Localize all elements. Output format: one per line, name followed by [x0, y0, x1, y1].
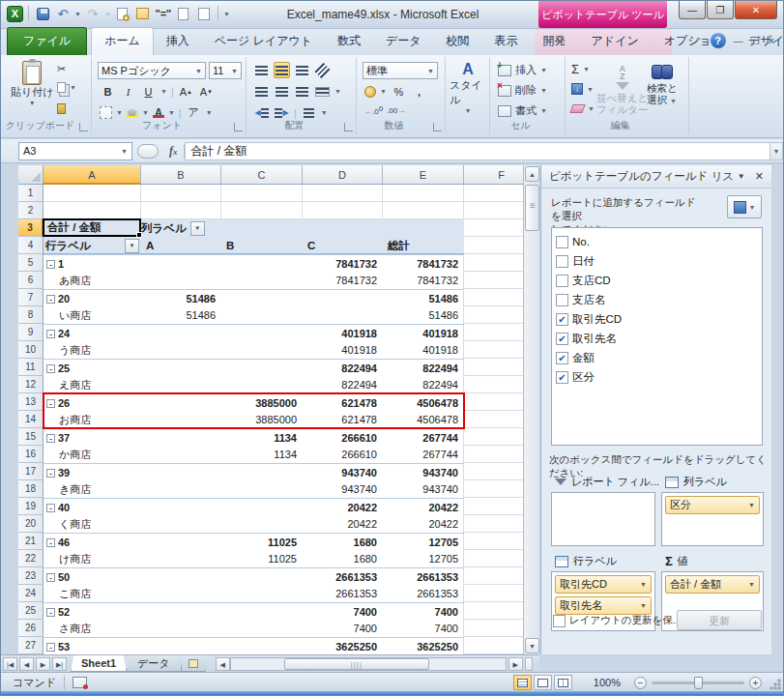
pivot-cell[interactable]: 2661353: [383, 568, 464, 586]
borders-dropdown[interactable]: ▼: [116, 109, 123, 116]
row-label-filter-icon[interactable]: ▼: [125, 239, 139, 253]
field-item-日付[interactable]: 日付: [554, 251, 760, 271]
hscroll-right-icon[interactable]: ▶: [508, 657, 523, 671]
blank-tool-button[interactable]: [195, 5, 213, 22]
collapse-icon[interactable]: -: [46, 504, 55, 512]
row-header-9[interactable]: 9: [18, 324, 44, 341]
pivot-cell[interactable]: 822494: [383, 376, 464, 393]
pivot-cell[interactable]: [141, 376, 221, 393]
pivot-row-label[interactable]: -40: [44, 499, 141, 516]
fill-color-button[interactable]: [127, 108, 138, 117]
pivot-cell[interactable]: 4506478: [383, 411, 464, 428]
sheet-tab-Sheet1[interactable]: Sheet1: [71, 655, 127, 672]
select-all-corner[interactable]: [18, 165, 44, 185]
sheet-tab-データ[interactable]: データ: [127, 655, 181, 672]
pivot-cell[interactable]: [221, 272, 303, 289]
row-header-16[interactable]: 16: [18, 446, 44, 463]
pivot-cell[interactable]: [221, 341, 303, 359]
pivot-cell[interactable]: 621478: [303, 394, 383, 412]
normal-view-button[interactable]: [513, 675, 532, 690]
pivot-cell[interactable]: 2661353: [303, 585, 383, 602]
pivot-cell[interactable]: [221, 376, 303, 393]
column-header-D[interactable]: D: [303, 165, 383, 185]
pivot-row-label[interactable]: こ商店: [44, 585, 141, 602]
checked-checkbox-icon[interactable]: ✔: [556, 313, 568, 326]
pivot-cell[interactable]: [141, 341, 221, 359]
row-header-8[interactable]: 8: [18, 306, 44, 324]
close-button[interactable]: ✕: [735, 1, 777, 19]
align-bottom-button[interactable]: [294, 62, 310, 78]
pivot-cell[interactable]: 51486: [383, 306, 464, 324]
pivot-cell[interactable]: [221, 603, 303, 621]
pivot-cell[interactable]: [141, 620, 221, 637]
panel-close-icon[interactable]: ✕: [755, 170, 764, 183]
pivot-cell[interactable]: [221, 306, 303, 324]
pivot-cell[interactable]: 1134: [221, 429, 303, 447]
currency-icon[interactable]: [364, 86, 376, 98]
pivot-cell[interactable]: 2661353: [303, 568, 383, 586]
excel-logo-icon[interactable]: X: [7, 6, 23, 22]
row-header-15[interactable]: 15: [18, 428, 44, 446]
shrink-font-button[interactable]: A▼: [198, 83, 215, 100]
undo-dropdown[interactable]: ▼: [74, 11, 81, 17]
row-header-19[interactable]: 19: [18, 498, 44, 515]
pivot-cell[interactable]: 943740: [303, 464, 383, 481]
pivot-row-label[interactable]: -25: [44, 360, 141, 377]
undo-button[interactable]: ↶: [54, 5, 72, 22]
pivot-row-label[interactable]: き商店: [44, 480, 141, 498]
collapse-icon[interactable]: -: [46, 434, 55, 443]
field-list-layout-button[interactable]: ▼: [727, 195, 762, 218]
fill-button[interactable]: ↓ ▼: [571, 83, 594, 95]
currency-dropdown[interactable]: ▼: [380, 88, 387, 95]
orientation-button[interactable]: [314, 62, 331, 78]
row-header-4[interactable]: 4: [18, 237, 44, 254]
collapse-icon[interactable]: -: [46, 330, 55, 338]
pivot-cell[interactable]: [141, 446, 221, 463]
field-pill-取引先名[interactable]: 取引先名▼: [555, 596, 652, 615]
field-item-金額[interactable]: ✔金額: [554, 348, 760, 367]
align-middle-button[interactable]: [274, 62, 290, 78]
pivot-cell[interactable]: 943740: [303, 480, 383, 498]
pivot-cell[interactable]: 822494: [303, 360, 383, 377]
scroll-up-icon[interactable]: ▲: [525, 166, 539, 182]
pivot-cell[interactable]: [141, 464, 221, 481]
pivot-cell[interactable]: [141, 325, 221, 342]
field-item-取引先CD[interactable]: ✔取引先CD: [554, 309, 760, 329]
pivot-cell[interactable]: 621478: [303, 411, 383, 428]
help-icon[interactable]: ?: [711, 33, 726, 48]
defer-layout-checkbox[interactable]: レイアウトの更新を保...: [551, 614, 681, 627]
row-header-5[interactable]: 5: [18, 254, 44, 272]
report-filter-box[interactable]: [551, 492, 655, 546]
pivot-cell[interactable]: [221, 515, 303, 533]
collapse-icon[interactable]: -: [46, 608, 55, 617]
merge-dropdown[interactable]: ▼: [334, 88, 341, 95]
pivot-row-label[interactable]: -46: [44, 534, 141, 551]
row-header-12[interactable]: 12: [18, 376, 44, 393]
row-header-26[interactable]: 26: [18, 620, 44, 637]
field-item-No.[interactable]: No.: [554, 232, 760, 251]
pivot-cell[interactable]: 3885000: [221, 411, 303, 428]
underline-button[interactable]: U: [140, 83, 157, 100]
formula-oval-button[interactable]: [137, 144, 159, 159]
tab-アドイン[interactable]: アドイン: [579, 28, 652, 55]
pivot-cell[interactable]: 401918: [383, 341, 464, 359]
row-header-6[interactable]: 6: [18, 272, 44, 289]
font-color-dropdown[interactable]: ▼: [168, 109, 175, 116]
pivot-cell[interactable]: [141, 480, 221, 498]
table-tool-button[interactable]: [134, 5, 152, 22]
vertical-scroll-thumb[interactable]: [525, 185, 539, 231]
field-item-支店名[interactable]: 支店名: [554, 290, 760, 309]
collapse-icon[interactable]: -: [46, 399, 55, 408]
tab-ファイル[interactable]: ファイル: [7, 27, 87, 55]
save-button[interactable]: [34, 5, 51, 22]
restore-button[interactable]: ❐: [707, 1, 734, 19]
collapse-icon[interactable]: -: [46, 643, 55, 652]
prev-sheet-icon[interactable]: ◀: [19, 657, 34, 671]
expand-formula-bar-icon[interactable]: ▼: [769, 142, 783, 160]
cut-button[interactable]: ✂: [57, 63, 66, 75]
pivot-cell[interactable]: 12705: [383, 550, 464, 567]
pivot-cell[interactable]: [141, 394, 221, 412]
find-select-button[interactable]: 検索と選択 ▼: [647, 65, 678, 107]
row-header-27[interactable]: 27: [18, 637, 44, 654]
comma-button[interactable]: ,: [411, 83, 427, 100]
